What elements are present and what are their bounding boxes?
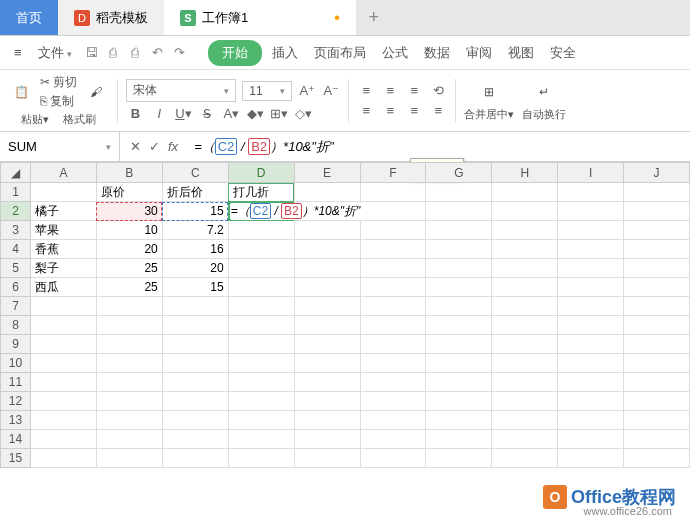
col-header[interactable]: F — [360, 163, 426, 183]
tab-workbook[interactable]: S 工作簿1 • — [164, 0, 356, 35]
copy-button[interactable]: ⎘ 复制 — [40, 93, 77, 110]
col-header[interactable]: G — [426, 163, 492, 183]
unsaved-dot-icon: • — [334, 9, 340, 27]
font-name-select[interactable]: 宋体▾ — [126, 79, 236, 102]
cell[interactable]: 原价 — [96, 183, 162, 202]
menu-view[interactable]: 视图 — [502, 40, 540, 66]
row-header[interactable]: 6 — [1, 278, 31, 297]
strike-icon[interactable]: S̶ — [198, 104, 216, 122]
align-top-icon[interactable]: ≡ — [357, 82, 375, 100]
row-header[interactable]: 2 — [1, 202, 31, 221]
cell-editing[interactable]: =（C2 / B2）*10&"折" — [228, 202, 294, 221]
orientation-icon[interactable]: ⟲ — [429, 82, 447, 100]
align-middle-icon[interactable]: ≡ — [381, 82, 399, 100]
select-all-corner[interactable]: ◢ — [1, 163, 31, 183]
col-header[interactable]: D — [228, 163, 294, 183]
decrease-font-icon[interactable]: A⁻ — [322, 82, 340, 100]
menu-layout[interactable]: 页面布局 — [308, 40, 372, 66]
wrap-group[interactable]: ↵ 自动换行 — [522, 79, 566, 122]
row-header[interactable]: 8 — [1, 316, 31, 335]
row-header[interactable]: 12 — [1, 392, 31, 411]
cell[interactable]: 16 — [162, 240, 228, 259]
print-icon[interactable]: ⎙ — [126, 44, 144, 62]
formula-input[interactable]: =（C2 / B2）*10&"折" — [188, 136, 690, 158]
menu-insert[interactable]: 插入 — [266, 40, 304, 66]
cell[interactable]: 20 — [96, 240, 162, 259]
col-header[interactable]: E — [294, 163, 360, 183]
name-box[interactable]: SUM▾ — [0, 132, 120, 161]
menu-security[interactable]: 安全 — [544, 40, 582, 66]
font-size-select[interactable]: 11▾ — [242, 81, 292, 101]
format-painter-icon[interactable]: 🖌 — [83, 79, 109, 105]
align-right-icon[interactable]: ≡ — [405, 102, 423, 120]
menu-data[interactable]: 数据 — [418, 40, 456, 66]
row-header[interactable]: 4 — [1, 240, 31, 259]
align-bottom-icon[interactable]: ≡ — [405, 82, 423, 100]
menu-file[interactable]: 文件 ▾ — [32, 40, 79, 66]
col-header[interactable]: B — [96, 163, 162, 183]
tab-home[interactable]: 首页 — [0, 0, 58, 35]
indent-icon[interactable]: ≡ — [429, 102, 447, 120]
cell[interactable]: 15 — [162, 278, 228, 297]
row-header[interactable]: 11 — [1, 373, 31, 392]
col-header[interactable]: I — [558, 163, 624, 183]
font-group: 宋体▾ 11▾ A⁺ A⁻ B I U▾ S̶ A▾ ◆▾ ⊞▾ ◇▾ — [126, 79, 340, 122]
save-icon[interactable]: 🖫 — [82, 44, 100, 62]
cell[interactable]: 橘子 — [30, 202, 96, 221]
underline-icon[interactable]: U▾ — [174, 104, 192, 122]
col-header[interactable]: C — [162, 163, 228, 183]
col-header[interactable]: J — [624, 163, 690, 183]
font-color-icon[interactable]: A▾ — [222, 104, 240, 122]
col-header[interactable]: A — [30, 163, 96, 183]
menu-formula[interactable]: 公式 — [376, 40, 414, 66]
bold-icon[interactable]: B — [126, 104, 144, 122]
row-header[interactable]: 3 — [1, 221, 31, 240]
ribbon: 📋 ✂ 剪切 ⎘ 复制 🖌 粘贴▾ 格式刷 宋体▾ 11▾ A⁺ A⁻ B I … — [0, 70, 690, 132]
print-preview-icon[interactable]: ⎙ — [104, 44, 122, 62]
menu-review[interactable]: 审阅 — [460, 40, 498, 66]
col-header[interactable]: H — [492, 163, 558, 183]
clear-icon[interactable]: ◇▾ — [294, 104, 312, 122]
row-header[interactable]: 14 — [1, 430, 31, 449]
align-left-icon[interactable]: ≡ — [357, 102, 375, 120]
cell[interactable]: 25 — [96, 278, 162, 297]
align-center-icon[interactable]: ≡ — [381, 102, 399, 120]
cut-button[interactable]: ✂ 剪切 — [40, 74, 77, 91]
merge-group[interactable]: ⊞ 合并居中▾ — [464, 79, 514, 122]
cell[interactable]: 25 — [96, 259, 162, 278]
cell[interactable]: 10 — [96, 221, 162, 240]
undo-icon[interactable]: ↶ — [148, 44, 166, 62]
italic-icon[interactable]: I — [150, 104, 168, 122]
cell[interactable]: 梨子 — [30, 259, 96, 278]
redo-icon[interactable]: ↷ — [170, 44, 188, 62]
cell[interactable]: 20 — [162, 259, 228, 278]
border-icon[interactable]: ⊞▾ — [270, 104, 288, 122]
row-header[interactable]: 13 — [1, 411, 31, 430]
cell[interactable]: 苹果 — [30, 221, 96, 240]
cell[interactable]: 折后价 — [162, 183, 228, 202]
row-header[interactable]: 5 — [1, 259, 31, 278]
row-header[interactable]: 1 — [1, 183, 31, 202]
row-header[interactable]: 9 — [1, 335, 31, 354]
tab-template[interactable]: D 稻壳模板 — [58, 0, 164, 35]
menu-start[interactable]: 开始 — [208, 40, 262, 66]
fill-color-icon[interactable]: ◆▾ — [246, 104, 264, 122]
cell[interactable]: 打几折 — [228, 183, 294, 202]
spreadsheet-grid[interactable]: ◢ A B C D E F G H I J 1 原价 折后价 打几折 2 橘子 … — [0, 162, 690, 468]
cell[interactable]: 30 — [96, 202, 162, 221]
cell[interactable]: 15 — [162, 202, 228, 221]
cell[interactable]: 香蕉 — [30, 240, 96, 259]
cell[interactable]: 西瓜 — [30, 278, 96, 297]
accept-formula-icon[interactable]: ✓ — [149, 139, 160, 154]
new-tab-button[interactable]: + — [356, 0, 392, 35]
paste-icon[interactable]: 📋 — [8, 79, 34, 105]
menu-hamburger[interactable]: ≡ — [8, 41, 28, 64]
cancel-formula-icon[interactable]: ✕ — [130, 139, 141, 154]
formula-ref-c2: C2 — [215, 138, 238, 155]
row-header[interactable]: 15 — [1, 449, 31, 468]
row-header[interactable]: 10 — [1, 354, 31, 373]
cell[interactable]: 7.2 — [162, 221, 228, 240]
fx-icon[interactable]: fx — [168, 139, 178, 154]
increase-font-icon[interactable]: A⁺ — [298, 82, 316, 100]
row-header[interactable]: 7 — [1, 297, 31, 316]
